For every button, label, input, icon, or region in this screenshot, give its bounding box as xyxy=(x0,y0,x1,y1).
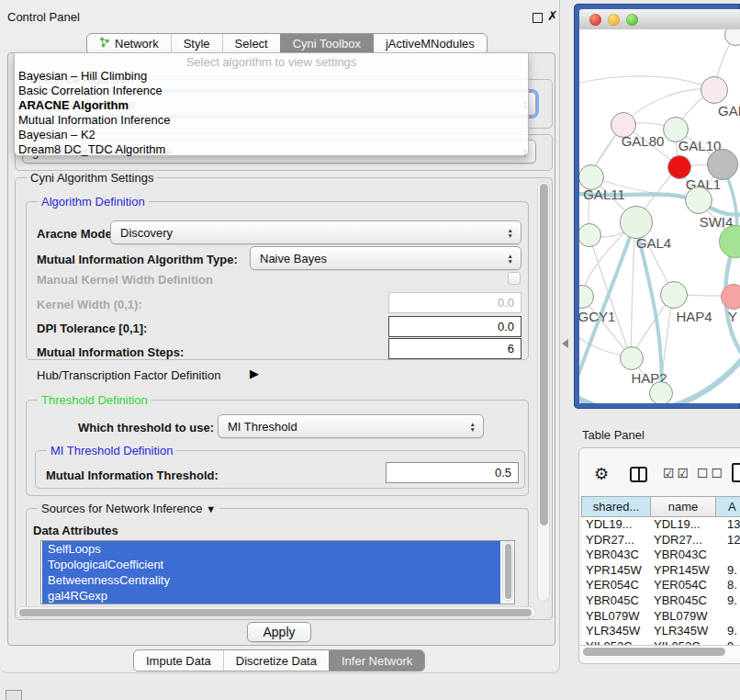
sources-group-title: Sources for Network Inference ▼ xyxy=(38,502,219,515)
top-tab-strip: NetworkStyleSelectCyni ToolboxjActiveMNo… xyxy=(86,33,488,54)
network-node-bottom-pale[interactable] xyxy=(649,381,673,403)
table-cell: 9. xyxy=(715,563,740,579)
table-row[interactable]: YER054CYER054C8. xyxy=(581,578,740,593)
combo-arrows-icon: ▲▼ xyxy=(508,228,513,238)
tab-infer-network[interactable]: Infer Network xyxy=(329,650,424,671)
sources-collapse-arrow-icon[interactable]: ▼ xyxy=(206,503,216,514)
popup-item-bayesian-hill-climbing[interactable]: Bayesian – Hill Climbing xyxy=(15,69,528,84)
dpi-tolerance-field[interactable]: 0.0 xyxy=(388,316,521,337)
kernel-width-field[interactable]: 0.0 xyxy=(388,292,521,313)
traffic-light-close-icon[interactable] xyxy=(589,14,601,26)
table-cell: YBR045C xyxy=(581,593,650,609)
network-node-swi4[interactable] xyxy=(685,186,712,214)
tab-style[interactable]: Style xyxy=(171,34,222,53)
screen: Control Panel ✗ NetworkStyleSelectCyni T… xyxy=(0,0,740,700)
network-node-gray[interactable] xyxy=(707,149,738,180)
data-attributes-list[interactable]: SelfLoopsTopologicalCoefficientBetweenne… xyxy=(40,540,515,604)
network-node-gal4[interactable] xyxy=(620,206,653,239)
attribute-item-selfloops[interactable]: SelfLoops xyxy=(42,541,500,557)
network-node-salmon[interactable] xyxy=(721,284,740,310)
table-cell: 12 xyxy=(715,533,740,548)
network-node-label-y: Y xyxy=(728,309,737,324)
mi-steps-value: 6 xyxy=(508,342,514,356)
which-threshold-combo[interactable]: MI Threshold ▲▼ xyxy=(218,414,484,438)
traffic-light-zoom-icon[interactable] xyxy=(626,14,638,26)
table-row[interactable]: YLR345WYLR345W9. xyxy=(581,624,740,639)
splitter-collapse-icon[interactable] xyxy=(562,339,568,348)
split-columns-icon[interactable] xyxy=(630,467,647,482)
mi-threshold-field[interactable]: 0.5 xyxy=(386,462,519,483)
gear-icon[interactable]: ⚙ xyxy=(594,464,609,484)
table-cell: YDL19... xyxy=(581,517,650,533)
attribute-item-topologicalcoefficient[interactable]: TopologicalCoefficient xyxy=(42,557,500,572)
network-canvas[interactable]: GALGAL80GAL10GAL1GAL11SWI4GAL4GCY1HAP4YH… xyxy=(579,29,740,403)
tab-jactivemnodules[interactable]: jActiveMNodules xyxy=(373,34,487,53)
tab-network[interactable]: Network xyxy=(87,34,171,53)
popup-item-mutual-information-inference[interactable]: Mutual Information Inference xyxy=(15,113,528,128)
network-node-label-gal80: GAL80 xyxy=(622,133,665,149)
attribute-item-gal4rgexp[interactable]: gal4RGexp xyxy=(42,588,500,604)
network-node-label-hap4: HAP4 xyxy=(676,309,712,324)
network-icon xyxy=(99,37,110,51)
column-header-name[interactable]: name xyxy=(651,497,716,516)
manual-kernel-width-label: Manual Kernel Width Definition xyxy=(37,273,213,287)
table-row[interactable]: YPR145WYPR145W9. xyxy=(581,563,740,579)
table-cell xyxy=(715,609,740,625)
popup-item-basic-correlation-inference[interactable]: Basic Correlation Inference xyxy=(15,84,528,98)
table-cell xyxy=(715,548,740,563)
tab-label: Style xyxy=(184,37,210,51)
table-horizontal-scrollbar[interactable] xyxy=(580,645,740,657)
network-node-label-gal11: GAL11 xyxy=(583,186,625,202)
popup-item-dream8-dc-tdc-algorithm[interactable]: Dream8 DC_TDC Algorithm xyxy=(15,142,528,157)
tab-discretize-data[interactable]: Discretize Data xyxy=(223,650,329,671)
attributes-list-scrollbar[interactable] xyxy=(502,541,513,602)
tab-impute-data[interactable]: Impute Data xyxy=(134,650,223,671)
popup-item-bayesian-k2[interactable]: Bayesian – K2 xyxy=(15,128,528,142)
hub-expand-arrow-icon[interactable]: ▶ xyxy=(250,367,259,380)
corner-grip[interactable] xyxy=(6,690,22,700)
network-view-window: GALGAL80GAL10GAL1GAL11SWI4GAL4GCY1HAP4YH… xyxy=(574,4,740,409)
document-icon[interactable] xyxy=(732,463,740,482)
kernel-width-value: 0.0 xyxy=(498,296,514,310)
tab-select[interactable]: Select xyxy=(222,34,280,53)
aracne-mode-combo[interactable]: Discovery ▲▼ xyxy=(110,220,521,244)
table-cell: YDL19... xyxy=(650,517,715,533)
mi-algorithm-type-combo[interactable]: Naive Bayes ▲▼ xyxy=(250,246,521,270)
tab-label: Impute Data xyxy=(146,654,211,668)
apply-button[interactable]: Apply xyxy=(247,622,311,642)
combo-arrows-icon: ▲▼ xyxy=(470,422,476,432)
mi-steps-field[interactable]: 6 xyxy=(388,338,521,359)
unchecked-boxes-icon[interactable]: ☐☐ xyxy=(697,466,725,480)
table-row[interactable]: YBR043CYBR043C xyxy=(581,548,740,563)
column-header-shared[interactable]: shared... xyxy=(582,497,651,516)
table-cell: YBR043C xyxy=(581,548,650,563)
table-cell: YLR345W xyxy=(650,624,715,639)
settings-horizontal-scrollbar[interactable] xyxy=(17,606,536,618)
checked-boxes-icon[interactable]: ☑☑ xyxy=(663,466,691,480)
network-node-gal7[interactable] xyxy=(701,76,728,104)
bottom-tab-strip: Impute DataDiscretize DataInfer Network xyxy=(133,649,425,672)
close-icon[interactable]: ✗ xyxy=(547,8,558,23)
table-row[interactable]: YDL19...YDL19...13 xyxy=(581,517,740,533)
network-node-hap4[interactable] xyxy=(660,281,688,309)
float-window-icon[interactable] xyxy=(533,13,543,23)
popup-item-aracne-algorithm[interactable]: ARACNE Algorithm xyxy=(15,98,528,113)
tab-label: Network xyxy=(115,37,159,51)
column-header-a[interactable]: A xyxy=(716,497,740,516)
attribute-item-betweennesscentrality[interactable]: BetweennessCentrality xyxy=(42,572,500,588)
network-node-hap2[interactable] xyxy=(620,346,644,370)
table-row[interactable]: YDR27...YDR27...12 xyxy=(581,533,740,548)
traffic-light-minimize-icon[interactable] xyxy=(608,14,620,26)
table-row[interactable]: YBL079WYBL079W xyxy=(581,609,740,625)
table-cell: 8. xyxy=(715,578,740,593)
tab-cyni-toolbox[interactable]: Cyni Toolbox xyxy=(280,34,373,53)
manual-kernel-width-checkbox[interactable] xyxy=(508,272,521,285)
table-row[interactable]: YBR045CYBR045C9. xyxy=(581,593,740,609)
mi-steps-label: Mutual Information Steps: xyxy=(37,345,184,359)
settings-vertical-scrollbar[interactable] xyxy=(537,181,550,602)
table-cell: YBR043C xyxy=(650,548,715,563)
algorithm-definition-title: Algorithm Definition xyxy=(38,195,149,209)
table-cell: YDR27... xyxy=(650,533,715,548)
control-panel-title: Control Panel xyxy=(7,10,80,24)
network-window-titlebar[interactable] xyxy=(579,9,740,30)
